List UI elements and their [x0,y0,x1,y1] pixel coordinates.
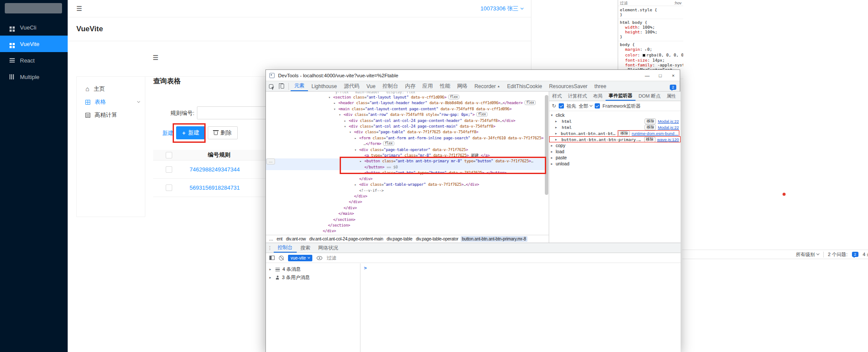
dom-tree-node[interactable]: </section> [266,217,549,223]
inner-menu-fold-icon[interactable]: ☰ [153,54,158,61]
tab-网络[interactable]: 网络 [454,81,471,91]
flex-badge[interactable]: flex [448,95,459,99]
dom-tree-node[interactable]: …</form>flex [266,141,549,147]
expand-arrow-icon[interactable]: ▸ [354,135,359,141]
sidebar-item-react[interactable]: React [0,52,68,69]
remove-listener-button[interactable]: 移除 [619,131,630,136]
js-context-select[interactable]: vue-vite [288,255,312,261]
css-property[interactable]: font-family: -apple-syste [620,63,683,67]
sidebar-tab-事件监听器[interactable]: 事件监听器 [606,92,635,101]
console-messages-area[interactable]: > [360,263,681,352]
tab-three[interactable]: three [591,81,609,91]
remove-listener-button[interactable]: 移除 [645,118,656,124]
expand-arrow-icon[interactable]: ▸ [360,158,364,164]
dom-tree-node[interactable]: </button> == $0 [266,164,549,170]
expand-arrow-icon[interactable]: ▾ [334,106,338,112]
elements-scrollbar[interactable] [545,93,548,232]
tab-ResourcesSaver[interactable]: ResourcesSaver [546,81,591,91]
dom-tree-node[interactable]: </section> [266,223,549,228]
listener-source-link[interactable]: runtime-dom.esm-bund… [632,131,678,136]
devtools-titlebar[interactable]: DevTools - localhost:4000/vue-vite?vue-v… [266,70,680,81]
sidebar-item-multiple[interactable]: Multiple [0,69,68,85]
dom-tree-node[interactable]: </div> [266,199,549,205]
expand-arrow-icon[interactable]: ▸ [354,182,359,188]
dom-tree-node[interactable]: <a type="primary" class="mr-8" data-v-7f… [266,153,549,158]
expand-arrow-icon[interactable]: ▾ [349,129,354,135]
remove-listener-button[interactable]: 移除 [644,137,655,142]
sidebar-tab-属性[interactable]: 属性 [664,92,679,101]
dom-tree-node[interactable]: ▸<div class="ant-col ant-col-24 page-con… [266,118,549,124]
clear-console-icon[interactable] [279,256,284,260]
dom-tree-node[interactable]: </div> [266,194,549,199]
drawer-tab-网络状况[interactable]: 网络状况 [314,243,342,253]
sidebar-tab-DOM 断点[interactable]: DOM 断点 [635,92,664,101]
expand-arrow-icon[interactable]: ▸ [344,118,349,124]
listener-source-link[interactable]: Modal.js:22 [658,119,679,124]
sidebar-tab-无障碍[interactable]: 无障碍 [679,92,681,101]
css-property[interactable]: font-size: 14px; [620,58,683,63]
css-selector[interactable]: body { [620,42,683,47]
breadcrumb-item[interactable]: div.ant-col.ant-col-24.page-content-main [308,236,384,242]
inner-menu-item[interactable]: 表格 [77,95,145,109]
delete-button[interactable]: 删除 [208,126,238,139]
expand-arrow-icon[interactable]: ▾ [328,95,333,100]
row-checkbox[interactable] [166,184,172,191]
breadcrumb-item[interactable]: div.page-table [385,236,413,242]
log-level-select[interactable]: 所有级别 [796,251,819,258]
refresh-icon[interactable]: ↻ [552,103,556,109]
tab-内存[interactable]: 内存 [402,81,419,91]
css-property[interactable]: color: rgba(0, 0, 0, 0 [620,53,683,57]
event-listener-row[interactable]: ▸button.ant-btn.ant-btn-primary.mr-8移除wa… [549,136,681,142]
user-menu[interactable]: 10073306 张三 [481,5,523,13]
row-link[interactable]: 7462988249347344 [184,166,254,173]
tab-Vue[interactable]: Vue [363,81,379,91]
dom-tree-node[interactable]: </div> [266,228,549,234]
breadcrumb-item[interactable]: button.ant-btn.ant-btn-primary.mr-8 [461,236,527,242]
event-listener-row[interactable]: ▸html移除Modal.js:22 [549,118,681,124]
scrollbar-thumb[interactable] [545,95,548,195]
minimize-icon[interactable]: — [641,70,654,81]
css-property[interactable]: margin: ▸0; [620,47,683,53]
event-group-unload[interactable]: ▸unload [549,161,681,167]
dom-tree-node[interactable]: </div> [266,176,549,182]
event-group-copy[interactable]: ▸copy [549,142,681,148]
event-group-load[interactable]: ▸load [549,148,681,155]
tab-应用[interactable]: 应用 [419,81,436,91]
expand-arrow-icon[interactable]: ▸ [645,48,647,52]
issues-badge[interactable]: 2 [852,252,858,257]
node-menu-dots[interactable]: … [266,158,275,164]
dom-tree-node[interactable]: ▾<main class="ant-layout-content page-co… [266,106,549,112]
breadcrumb-item[interactable]: ent [275,236,284,242]
event-listener-row[interactable]: ▸button.ant-btn.ant-btn-prim…移除runtime-d… [549,130,681,136]
dom-tree-node[interactable]: <!--v-if--> [266,188,549,194]
tab-Lighthouse[interactable]: Lighthouse [308,81,341,91]
remove-listener-button[interactable]: 移除 [645,125,656,130]
more-tools-icon[interactable]: ⋮ [266,245,274,251]
tab-EditThisCookie[interactable]: EditThisCookie [504,81,546,91]
drawer-tab-控制台[interactable]: 控制台 [274,243,297,253]
event-group-click[interactable]: ▾click [549,112,681,118]
dom-tree-node[interactable]: </div> [266,205,549,211]
inspect-element-icon[interactable] [266,81,276,91]
device-toolbar-icon[interactable] [276,81,287,91]
inner-menu-item[interactable]: 主页 [77,82,145,95]
dom-tree-node[interactable]: ▸<button class="ant-btn" type="button" d… [266,170,549,176]
close-icon[interactable]: × [667,70,680,81]
dom-tree-node[interactable]: ▾<div class="ant-row" data-v-754faff8 st… [266,112,549,118]
menu-fold-icon[interactable]: ☰ [76,5,82,12]
new-button[interactable]: + 新建 [176,126,206,139]
dom-tree-node[interactable]: ▸<form class="ant-form ant-form-inline p… [266,135,549,141]
dom-tree-node[interactable]: ▾<div class="page-table" data-v-7f1f7625… [266,129,549,135]
event-group-paste[interactable]: ▸paste [549,155,681,161]
breadcrumb-item[interactable]: div.ant-row [285,236,307,242]
styles-filter-input[interactable] [620,1,646,5]
css-selector[interactable]: html body { [620,20,683,25]
css-property[interactable]: width: 100%; [620,25,683,30]
color-swatch[interactable] [642,54,645,57]
event-listener-row[interactable]: ▸html移除Modal.js:22 [549,124,681,130]
tab-源代码[interactable]: 源代码 [341,81,363,91]
dom-tree-node[interactable]: ▾<div class="ant-col ant-col-24 page-con… [266,124,549,129]
sidebar-tab-计算样式[interactable]: 计算样式 [565,92,590,101]
row-link[interactable]: 5693156918284731 [184,184,254,191]
tab-元素[interactable]: 元素 [291,81,308,91]
